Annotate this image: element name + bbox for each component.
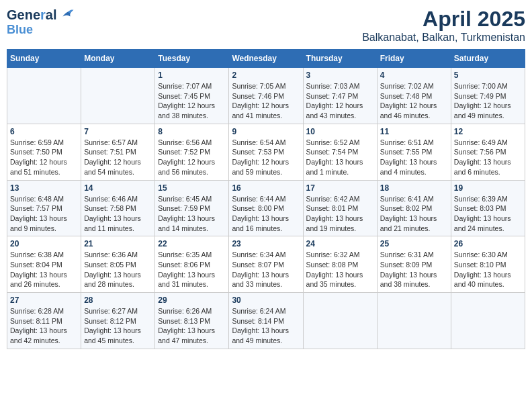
calendar-cell: 26Sunrise: 6:30 AM Sunset: 8:10 PM Dayli…: [451, 236, 525, 293]
day-info: Sunrise: 6:56 AM Sunset: 7:52 PM Dayligh…: [158, 138, 226, 177]
calendar-cell: 2Sunrise: 7:05 AM Sunset: 7:46 PM Daylig…: [229, 68, 303, 124]
day-info: Sunrise: 6:27 AM Sunset: 8:12 PM Dayligh…: [84, 306, 152, 346]
day-number: 28: [84, 295, 152, 305]
day-info: Sunrise: 7:02 AM Sunset: 7:48 PM Dayligh…: [380, 81, 448, 121]
logo-general-text: General: [7, 7, 57, 23]
day-number: 21: [84, 239, 152, 248]
calendar-cell: [7, 68, 81, 124]
day-info: Sunrise: 6:52 AM Sunset: 7:54 PM Dayligh…: [306, 138, 374, 177]
month-title: April 2025: [362, 7, 525, 32]
calendar-cell: 10Sunrise: 6:52 AM Sunset: 7:54 PM Dayli…: [303, 124, 377, 180]
calendar-week-row: 20Sunrise: 6:38 AM Sunset: 8:04 PM Dayli…: [7, 236, 525, 293]
day-number: 2: [232, 71, 300, 80]
calendar-cell: 19Sunrise: 6:39 AM Sunset: 8:03 PM Dayli…: [451, 180, 525, 236]
day-number: 27: [10, 295, 78, 305]
day-info: Sunrise: 6:26 AM Sunset: 8:13 PM Dayligh…: [158, 306, 226, 346]
day-info: Sunrise: 6:44 AM Sunset: 8:00 PM Dayligh…: [232, 194, 300, 234]
calendar-cell: 7Sunrise: 6:57 AM Sunset: 7:51 PM Daylig…: [81, 124, 155, 180]
day-number: 19: [454, 183, 522, 193]
calendar-cell: 4Sunrise: 7:02 AM Sunset: 7:48 PM Daylig…: [377, 68, 451, 124]
day-number: 24: [306, 239, 374, 248]
calendar-cell: 21Sunrise: 6:36 AM Sunset: 8:05 PM Dayli…: [81, 236, 155, 293]
day-number: 26: [454, 239, 522, 248]
day-info: Sunrise: 7:07 AM Sunset: 7:45 PM Dayligh…: [158, 81, 226, 121]
day-number: 10: [306, 127, 374, 136]
day-number: 15: [158, 183, 226, 193]
day-number: 4: [380, 71, 448, 80]
calendar-cell: 20Sunrise: 6:38 AM Sunset: 8:04 PM Dayli…: [7, 236, 81, 293]
calendar-cell: [303, 293, 377, 349]
calendar-cell: [377, 293, 451, 349]
day-info: Sunrise: 7:05 AM Sunset: 7:46 PM Dayligh…: [232, 81, 300, 121]
calendar-week-row: 27Sunrise: 6:28 AM Sunset: 8:11 PM Dayli…: [7, 293, 525, 349]
day-info: Sunrise: 6:49 AM Sunset: 7:56 PM Dayligh…: [454, 138, 522, 177]
calendar-cell: 17Sunrise: 6:42 AM Sunset: 8:01 PM Dayli…: [303, 180, 377, 236]
day-number: 8: [158, 127, 226, 136]
day-number: 17: [306, 183, 374, 193]
day-info: Sunrise: 7:00 AM Sunset: 7:49 PM Dayligh…: [454, 81, 522, 121]
logo-blue-text: Blue: [7, 23, 33, 37]
calendar-cell: 9Sunrise: 6:54 AM Sunset: 7:53 PM Daylig…: [229, 124, 303, 180]
calendar-table: SundayMondayTuesdayWednesdayThursdayFrid…: [7, 49, 525, 349]
day-number: 30: [232, 295, 300, 305]
day-info: Sunrise: 7:03 AM Sunset: 7:47 PM Dayligh…: [306, 81, 374, 121]
day-number: 9: [232, 127, 300, 136]
calendar-cell: 18Sunrise: 6:41 AM Sunset: 8:02 PM Dayli…: [377, 180, 451, 236]
calendar-cell: 28Sunrise: 6:27 AM Sunset: 8:12 PM Dayli…: [81, 293, 155, 349]
day-info: Sunrise: 6:35 AM Sunset: 8:06 PM Dayligh…: [158, 250, 226, 289]
day-info: Sunrise: 6:41 AM Sunset: 8:02 PM Dayligh…: [380, 194, 448, 234]
day-info: Sunrise: 6:51 AM Sunset: 7:55 PM Dayligh…: [380, 138, 448, 177]
calendar-header-tuesday: Tuesday: [155, 50, 229, 68]
calendar-week-row: 13Sunrise: 6:48 AM Sunset: 7:57 PM Dayli…: [7, 180, 525, 236]
calendar-cell: 25Sunrise: 6:31 AM Sunset: 8:09 PM Dayli…: [377, 236, 451, 293]
calendar-cell: 30Sunrise: 6:24 AM Sunset: 8:14 PM Dayli…: [229, 293, 303, 349]
calendar-week-row: 6Sunrise: 6:59 AM Sunset: 7:50 PM Daylig…: [7, 124, 525, 180]
calendar-header-monday: Monday: [81, 50, 155, 68]
day-number: 13: [10, 183, 78, 193]
day-number: 7: [84, 127, 152, 136]
day-number: 25: [380, 239, 448, 248]
day-number: 12: [454, 127, 522, 136]
day-number: 3: [306, 71, 374, 80]
day-info: Sunrise: 6:28 AM Sunset: 8:11 PM Dayligh…: [10, 306, 78, 346]
calendar-cell: 14Sunrise: 6:46 AM Sunset: 7:58 PM Dayli…: [81, 180, 155, 236]
day-info: Sunrise: 6:57 AM Sunset: 7:51 PM Dayligh…: [84, 138, 152, 177]
day-number: 6: [10, 127, 78, 136]
day-info: Sunrise: 6:59 AM Sunset: 7:50 PM Dayligh…: [10, 138, 78, 177]
day-info: Sunrise: 6:31 AM Sunset: 8:09 PM Dayligh…: [380, 250, 448, 289]
calendar-header-friday: Friday: [377, 50, 451, 68]
day-number: 18: [380, 183, 448, 193]
day-number: 16: [232, 183, 300, 193]
calendar-cell: 5Sunrise: 7:00 AM Sunset: 7:49 PM Daylig…: [451, 68, 525, 124]
day-info: Sunrise: 6:45 AM Sunset: 7:59 PM Dayligh…: [158, 194, 226, 234]
calendar-cell: 8Sunrise: 6:56 AM Sunset: 7:52 PM Daylig…: [155, 124, 229, 180]
day-info: Sunrise: 6:36 AM Sunset: 8:05 PM Dayligh…: [84, 250, 152, 289]
calendar-cell: 29Sunrise: 6:26 AM Sunset: 8:13 PM Dayli…: [155, 293, 229, 349]
logo: General Blue: [7, 7, 75, 37]
day-number: 23: [232, 239, 300, 248]
day-number: 11: [380, 127, 448, 136]
calendar-cell: 1Sunrise: 7:07 AM Sunset: 7:45 PM Daylig…: [155, 68, 229, 124]
day-info: Sunrise: 6:34 AM Sunset: 8:07 PM Dayligh…: [232, 250, 300, 289]
day-number: 20: [10, 239, 78, 248]
calendar-cell: 6Sunrise: 6:59 AM Sunset: 7:50 PM Daylig…: [7, 124, 81, 180]
calendar-header-thursday: Thursday: [303, 50, 377, 68]
day-number: 22: [158, 239, 226, 248]
calendar-header-sunday: Sunday: [7, 50, 81, 68]
day-number: 14: [84, 183, 152, 193]
calendar-cell: 12Sunrise: 6:49 AM Sunset: 7:56 PM Dayli…: [451, 124, 525, 180]
calendar-cell: 16Sunrise: 6:44 AM Sunset: 8:00 PM Dayli…: [229, 180, 303, 236]
logo-bird-icon: [58, 7, 75, 23]
calendar-cell: 27Sunrise: 6:28 AM Sunset: 8:11 PM Dayli…: [7, 293, 81, 349]
calendar-header-saturday: Saturday: [451, 50, 525, 68]
title-block: April 2025 Balkanabat, Balkan, Turkmenis…: [362, 7, 525, 44]
calendar-cell: 13Sunrise: 6:48 AM Sunset: 7:57 PM Dayli…: [7, 180, 81, 236]
calendar-cell: 3Sunrise: 7:03 AM Sunset: 7:47 PM Daylig…: [303, 68, 377, 124]
page-header: General Blue April 2025 Balkanabat, Balk…: [7, 7, 525, 44]
calendar-header-row: SundayMondayTuesdayWednesdayThursdayFrid…: [7, 50, 525, 68]
calendar-cell: [81, 68, 155, 124]
calendar-cell: 23Sunrise: 6:34 AM Sunset: 8:07 PM Dayli…: [229, 236, 303, 293]
day-info: Sunrise: 6:46 AM Sunset: 7:58 PM Dayligh…: [84, 194, 152, 234]
day-info: Sunrise: 6:42 AM Sunset: 8:01 PM Dayligh…: [306, 194, 374, 234]
day-info: Sunrise: 6:54 AM Sunset: 7:53 PM Dayligh…: [232, 138, 300, 177]
